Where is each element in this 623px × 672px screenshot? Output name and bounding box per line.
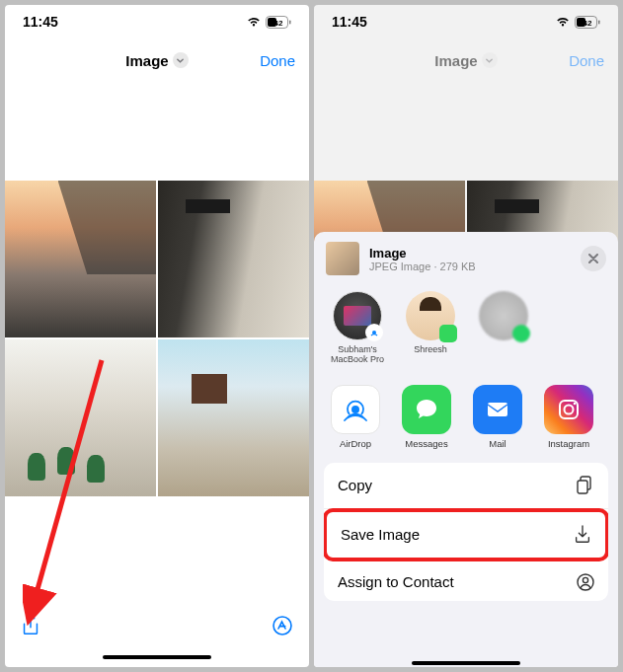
svg-point-11 — [351, 406, 359, 413]
action-list: Copy Save Image Assign to Contact — [324, 463, 608, 601]
photo-quadrant — [5, 339, 156, 496]
photo-content — [5, 181, 309, 496]
photo-quadrant — [158, 339, 309, 496]
markup-button[interactable] — [272, 615, 293, 636]
status-time: 11:45 — [23, 14, 58, 30]
status-icons: 42 — [555, 16, 600, 29]
contact-avatar — [479, 291, 528, 340]
nav-bar: Image Done — [5, 38, 309, 82]
photo-quadrant — [5, 181, 156, 337]
mail-icon — [473, 385, 522, 434]
bottom-toolbar — [5, 604, 309, 647]
target-label: Shreesh — [401, 344, 460, 354]
share-subtitle: JPEG Image · 279 KB — [369, 261, 571, 272]
download-icon — [574, 525, 591, 545]
status-time: 11:45 — [332, 14, 367, 30]
share-button[interactable] — [21, 614, 40, 637]
share-icon — [21, 614, 40, 637]
app-label: Messages — [397, 438, 456, 449]
airdrop-targets-row[interactable]: Subham's MacBook Pro Shreesh — [314, 285, 618, 375]
share-app-airdrop[interactable]: AirDrop — [326, 385, 385, 449]
svg-text:42: 42 — [274, 18, 283, 27]
app-label: Mail — [468, 438, 527, 449]
airdrop-target[interactable]: Shreesh — [401, 291, 460, 365]
battery-icon: 42 — [266, 16, 291, 29]
action-label: Save Image — [341, 526, 420, 543]
nav-title: Image — [434, 52, 477, 69]
wifi-icon — [246, 16, 262, 28]
markup-icon — [272, 615, 293, 636]
done-button[interactable]: Done — [260, 52, 295, 69]
messages-icon — [402, 385, 451, 434]
image-viewer[interactable] — [5, 82, 309, 604]
airdrop-target[interactable] — [474, 291, 533, 365]
svg-rect-17 — [578, 481, 587, 493]
instagram-icon — [544, 385, 593, 434]
action-assign-contact[interactable]: Assign to Contact — [324, 560, 608, 601]
share-app-instagram[interactable]: Instagram — [539, 385, 598, 449]
copy-icon — [577, 476, 594, 495]
share-app-mail[interactable]: Mail — [468, 385, 527, 449]
phone-left: 11:45 42 Image Done — [5, 5, 309, 667]
contact-avatar — [406, 291, 455, 340]
svg-rect-12 — [488, 403, 507, 416]
action-copy[interactable]: Copy — [324, 463, 608, 509]
svg-point-19 — [583, 577, 587, 582]
airdrop-icon — [331, 385, 380, 434]
share-title: Image — [369, 246, 571, 261]
svg-rect-9 — [598, 20, 600, 24]
target-label: Subham's MacBook Pro — [328, 344, 387, 365]
app-label: AirDrop — [326, 438, 385, 449]
status-icons: 42 — [246, 16, 291, 29]
svg-text:42: 42 — [584, 18, 592, 27]
app-label: Instagram — [539, 438, 598, 449]
airdrop-target[interactable]: Subham's MacBook Pro — [328, 291, 387, 365]
svg-rect-3 — [289, 20, 291, 24]
action-save-image[interactable]: Save Image — [324, 508, 608, 561]
action-label: Assign to Contact — [338, 573, 454, 590]
app-row[interactable]: AirDrop Messages Mail Instagram — [314, 385, 618, 449]
svg-point-14 — [565, 405, 574, 413]
done-button: Done — [569, 52, 604, 69]
share-thumbnail — [326, 242, 359, 275]
close-button[interactable] — [581, 246, 606, 271]
home-indicator[interactable] — [314, 661, 618, 665]
contact-icon — [577, 573, 594, 591]
nav-title: Image — [125, 52, 168, 69]
photo-quadrant — [158, 181, 309, 337]
share-app-messages[interactable]: Messages — [397, 385, 456, 449]
action-label: Copy — [338, 477, 372, 493]
status-bar: 11:45 42 — [314, 5, 618, 38]
phone-right: 11:45 42 Image Done — [314, 5, 618, 667]
chevron-down-icon — [173, 52, 189, 68]
close-icon — [588, 254, 598, 263]
nav-bar: Image Done — [314, 38, 618, 82]
chevron-down-icon — [482, 52, 498, 68]
wifi-icon — [555, 16, 571, 28]
svg-point-15 — [574, 402, 577, 405]
battery-icon: 42 — [575, 16, 600, 29]
home-indicator[interactable] — [5, 647, 309, 667]
share-sheet-header: Image JPEG Image · 279 KB — [314, 232, 618, 285]
share-sheet[interactable]: Image JPEG Image · 279 KB Subham's MacBo… — [314, 232, 618, 667]
status-bar: 11:45 42 — [5, 5, 309, 38]
device-icon — [333, 291, 382, 340]
